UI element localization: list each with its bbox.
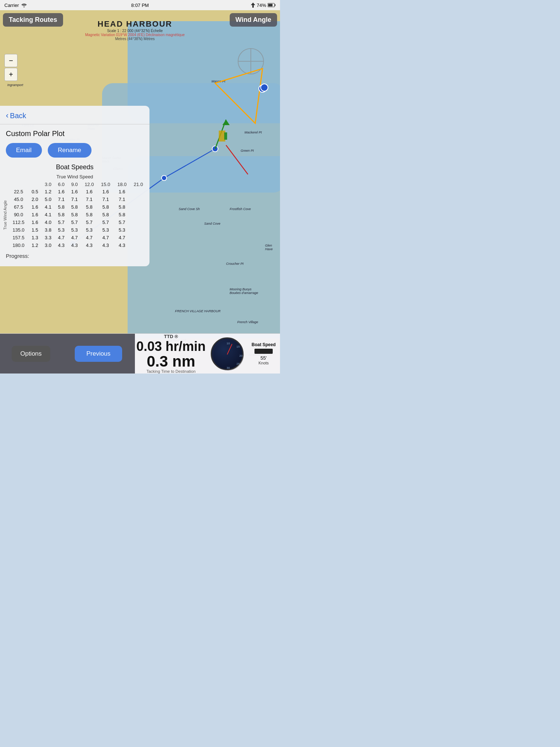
angle-cell: 157.5 [9,234,28,241]
chart-metres: Metres (44°38'N) Mètres [80,37,190,41]
table-row: 45.02.05.07.17.17.17.17.1 [9,196,147,203]
time-text: 8:07 PM [131,3,149,8]
speed-cell: 5.8 [81,203,97,211]
speed-cell: 5.8 [68,211,81,218]
zoom-plus-button[interactable]: + [4,68,18,81]
speed-cell: 5.8 [68,203,81,211]
speed-header: 15.0 [97,181,114,188]
place-green-pt: Green Pt [241,149,254,152]
speed-cell: 5.3 [114,226,130,234]
place-sand-cove-sh: Sand Cove Sh [179,207,200,211]
ttd-value: 0.03 hr/min [136,339,206,354]
speed-cell: 1.6 [28,211,42,218]
speed-cell: 1.6 [28,218,42,226]
angle-header [9,181,28,188]
speed-cell: 5.7 [68,218,81,226]
speed-cell: 1.6 [81,188,97,196]
speed-cell: 3.3 [42,234,55,241]
ttd-label: TTD ® [164,334,178,339]
zoom-minus-button[interactable]: − [4,54,18,67]
speed-header: 9.0 [68,181,81,188]
location-icon [251,3,255,8]
bottom-right-area: Boat Speed 55' Knots [247,334,280,374]
speed-cell: 5.8 [81,211,97,218]
speed-cell: 1.3 [28,234,42,241]
panel-title: Custom Polar Plot [0,129,149,143]
speed-cell: 1.6 [55,188,68,196]
chevron-left-icon: ‹ [6,111,8,120]
svg-text:10: 10 [227,342,230,345]
bottom-prev-area: Previous [62,334,135,374]
speed-cell: 7.1 [55,196,68,203]
place-french-village: French Village [237,320,258,324]
speed-cell: 5.7 [97,218,114,226]
table-row: 180.01.23.04.34.34.34.34.3 [9,241,147,249]
wind-angle-button[interactable]: Wind Angle [230,13,277,27]
angle-cell: 112.5 [9,218,28,226]
place-croucher-pt: Croucher Pt [226,262,244,266]
options-button[interactable]: Options [12,346,51,362]
speed-cell: 5.8 [97,211,114,218]
speed-cell: 1.2 [42,188,55,196]
chart-title-area: HEAD HARBOUR Scale 1 : 22 000 (44°32'N) … [80,19,190,41]
ttd-subtitle: Tacking Time to Destination [147,369,196,374]
svg-point-0 [23,7,24,8]
twa-label: True Wind Angle [3,200,7,230]
speed-cell: 1.6 [28,203,42,211]
wifi-icon [21,3,27,7]
speed-cell: 4.3 [97,241,114,249]
speed-cell: 5.8 [55,203,68,211]
place-mooring-buoys: Mooring BuoysBouées d'amarrage [230,287,258,295]
back-button[interactable]: ‹ Back [0,106,32,124]
speeds-table-body: 22.50.51.21.61.61.61.61.645.02.05.07.17.… [9,188,147,249]
speed-cell: 4.7 [81,234,97,241]
angle-cell: 90.0 [9,211,28,218]
table-wrapper: True Wind Angle 3.06.09.012.015.018.021.… [0,181,149,249]
progress-row: Progress: [0,249,149,259]
speed-cell: 5.8 [55,211,68,218]
bottom-left-area: Options [0,334,62,374]
speed-cell: 4.3 [55,241,68,249]
speed-cell: 5.8 [97,203,114,211]
speed-cell: 5.3 [55,226,68,234]
status-left: Carrier [4,3,27,8]
boat-speeds-title: Boat Speeds [0,163,149,171]
carrier-label: Carrier [4,3,19,8]
boat-speeds-table: 3.06.09.012.015.018.021.0 22.50.51.21.61… [9,181,147,249]
speed-cell: 4.7 [55,234,68,241]
table-row: 22.50.51.21.61.61.61.61.6 [9,188,147,196]
table-row: 67.51.64.15.85.85.85.85.8 [9,203,147,211]
previous-button[interactable]: Previous [75,346,122,362]
rename-button[interactable]: Rename [48,143,92,158]
email-button[interactable]: Email [6,143,42,158]
svg-rect-2 [275,4,276,6]
chart-name: HEAD HARBOUR [80,19,190,29]
speed-cell: 5.3 [68,226,81,234]
speed-cell: 5.3 [97,226,114,234]
tacking-routes-button[interactable]: Tacking Routes [3,13,63,27]
speed-cell: 7.1 [68,196,81,203]
place-mason-pt: Mason Pt [211,80,225,83]
battery-text: 74% [257,3,266,8]
progress-label: Progress: [6,253,29,259]
angle-cell: 22.5 [9,188,28,196]
speed-cell: 4.7 [114,234,130,241]
bottom-center-area: TTD ® 0.03 hr/min 0.3 nm Tacking Time to… [135,334,207,374]
boat-speed-label: Boat Speed [252,342,276,347]
compass-area: 10 15 20 25 30 [207,334,247,374]
angle-cell: 180.0 [9,241,28,249]
zoom-controls: − + [4,54,18,81]
svg-text:20: 20 [240,354,243,357]
speed-cell: 7.1 [114,196,130,203]
speed-cell: 5.3 [81,226,97,234]
speed-header: 3.0 [42,181,55,188]
status-bar: Carrier 8:07 PM 74% [0,0,280,10]
speed-cell: 4.3 [68,241,81,249]
svg-text:25: 25 [237,362,240,365]
nm-value: 0.3 nm [147,354,195,369]
tws-label: True Wind Speed [0,174,149,179]
panel-action-buttons: Email Rename [0,143,149,163]
back-label: Back [10,112,26,120]
speed-cell: 4.7 [68,234,81,241]
speed-value: 55' [261,355,267,361]
